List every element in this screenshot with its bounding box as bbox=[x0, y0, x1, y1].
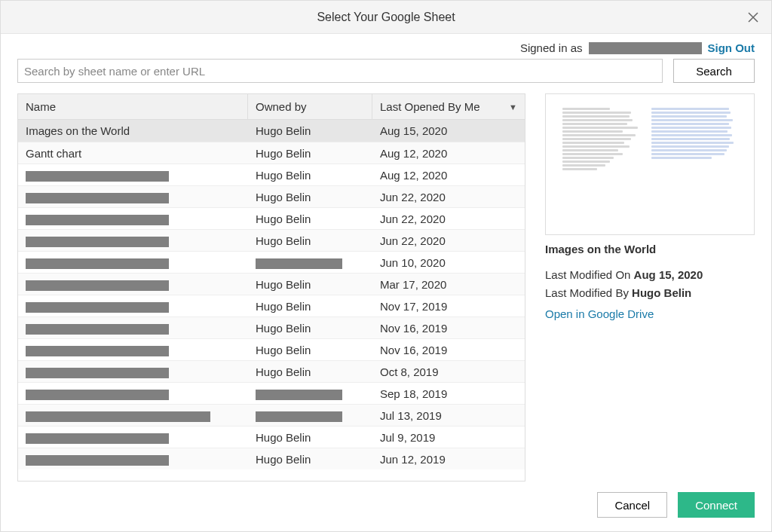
table-row[interactable]: Jul 13, 2019 bbox=[18, 404, 525, 426]
column-header-owned-by[interactable]: Owned by bbox=[248, 94, 372, 119]
preview-panel: Images on the World Last Modified On Aug… bbox=[545, 93, 755, 482]
cell-owned-by: Hugo Belin bbox=[248, 187, 372, 207]
redacted-name bbox=[26, 368, 169, 378]
table-row[interactable]: Hugo BelinJun 22, 2020 bbox=[18, 185, 525, 207]
cell-last-opened: Aug 15, 2020 bbox=[372, 121, 525, 141]
cell-owned-by bbox=[248, 252, 372, 272]
cell-last-opened: Nov 16, 2019 bbox=[372, 340, 525, 360]
signed-in-user-redacted bbox=[589, 42, 702, 54]
search-button[interactable]: Search bbox=[673, 59, 755, 83]
cell-name: Images on the World bbox=[18, 121, 248, 141]
preview-title: Images on the World bbox=[545, 243, 755, 255]
cell-owned-by: Hugo Belin bbox=[248, 362, 372, 382]
close-icon[interactable] bbox=[744, 8, 762, 26]
cell-name bbox=[18, 448, 248, 469]
redacted-name bbox=[26, 237, 169, 247]
dialog-title: Select Your Google Sheet bbox=[317, 11, 455, 24]
cell-last-opened: Jun 12, 2019 bbox=[372, 449, 525, 469]
cell-owned-by: Hugo Belin bbox=[248, 121, 372, 141]
table-row[interactable]: Hugo BelinJun 22, 2020 bbox=[18, 229, 525, 251]
redacted-name bbox=[26, 258, 169, 269]
table-row[interactable]: Hugo BelinMar 17, 2020 bbox=[18, 273, 525, 295]
redacted-owner bbox=[256, 258, 342, 269]
cell-name bbox=[18, 252, 248, 272]
table-header: Name Owned by Last Opened By Me ▼ bbox=[18, 94, 525, 120]
column-header-last-opened-label: Last Opened By Me bbox=[380, 100, 480, 113]
cell-last-opened: Aug 12, 2020 bbox=[372, 165, 525, 185]
cell-owned-by: Hugo Belin bbox=[248, 449, 372, 469]
cell-owned-by bbox=[248, 383, 372, 403]
table-row[interactable]: Sep 18, 2019 bbox=[18, 382, 525, 404]
cell-owned-by: Hugo Belin bbox=[248, 274, 372, 295]
cell-name bbox=[18, 186, 248, 206]
table-row[interactable]: Hugo BelinJun 22, 2020 bbox=[18, 207, 525, 229]
cell-owned-by: Hugo Belin bbox=[248, 231, 372, 251]
signed-in-as-label: Signed in as bbox=[520, 41, 583, 54]
preview-meta: Last Modified On Aug 15, 2020 Last Modif… bbox=[545, 266, 755, 323]
cell-last-opened: Jun 22, 2020 bbox=[372, 231, 525, 251]
redacted-name bbox=[26, 215, 169, 225]
google-sheet-dialog: Select Your Google Sheet Signed in as Si… bbox=[0, 0, 772, 532]
cell-name bbox=[18, 317, 248, 338]
cell-last-opened: Sep 18, 2019 bbox=[372, 384, 525, 404]
table-row[interactable]: Hugo BelinAug 12, 2020 bbox=[18, 164, 525, 185]
dialog-body: Name Owned by Last Opened By Me ▼ Images… bbox=[1, 93, 771, 482]
last-modified-by-label: Last Modified By bbox=[545, 286, 629, 299]
cell-last-opened: Aug 12, 2020 bbox=[372, 143, 525, 164]
table-body: Images on the WorldHugo BelinAug 15, 202… bbox=[18, 120, 525, 469]
table-row[interactable]: Hugo BelinNov 17, 2019 bbox=[18, 295, 525, 316]
cell-owned-by: Hugo Belin bbox=[248, 340, 372, 360]
table-row[interactable]: Hugo BelinJun 12, 2019 bbox=[18, 448, 525, 469]
table-row[interactable]: Hugo BelinOct 8, 2019 bbox=[18, 360, 525, 382]
cell-last-opened: Mar 17, 2020 bbox=[372, 274, 525, 295]
redacted-name bbox=[26, 302, 169, 313]
last-modified-on-label: Last Modified On bbox=[545, 268, 630, 281]
cell-last-opened: Jul 9, 2019 bbox=[372, 427, 525, 448]
cell-owned-by: Hugo Belin bbox=[248, 143, 372, 164]
redacted-owner bbox=[256, 390, 342, 400]
cell-last-opened: Oct 8, 2019 bbox=[372, 362, 525, 382]
cell-last-opened: Jun 22, 2020 bbox=[372, 187, 525, 207]
cell-last-opened: Nov 16, 2019 bbox=[372, 318, 525, 338]
cell-name bbox=[18, 405, 248, 425]
last-modified-on-row: Last Modified On Aug 15, 2020 bbox=[545, 266, 755, 284]
table-row[interactable]: Hugo BelinNov 16, 2019 bbox=[18, 316, 525, 338]
last-modified-by-row: Last Modified By Hugo Belin bbox=[545, 284, 755, 302]
redacted-name bbox=[26, 280, 169, 291]
open-in-drive-link[interactable]: Open in Google Drive bbox=[545, 305, 654, 323]
connect-button[interactable]: Connect bbox=[678, 492, 755, 518]
cell-owned-by: Hugo Belin bbox=[248, 209, 372, 229]
cell-last-opened: Jun 10, 2020 bbox=[372, 252, 525, 273]
table-row[interactable]: Gantt chartHugo BelinAug 12, 2020 bbox=[18, 142, 525, 164]
table-row[interactable]: Hugo BelinJul 9, 2019 bbox=[18, 426, 525, 448]
last-modified-by-value: Hugo Belin bbox=[632, 286, 691, 299]
sign-out-link[interactable]: Sign Out bbox=[708, 41, 755, 54]
redacted-name bbox=[26, 455, 169, 466]
redacted-name bbox=[26, 390, 169, 400]
cell-name bbox=[18, 208, 248, 228]
cell-owned-by: Hugo Belin bbox=[248, 427, 372, 448]
sheet-table: Name Owned by Last Opened By Me ▼ Images… bbox=[17, 93, 525, 482]
column-header-name[interactable]: Name bbox=[18, 94, 248, 119]
cell-name bbox=[18, 230, 248, 250]
table-row[interactable]: Jun 10, 2020 bbox=[18, 251, 525, 273]
dialog-footer: Cancel Connect bbox=[1, 482, 771, 531]
column-header-last-opened[interactable]: Last Opened By Me ▼ bbox=[372, 94, 525, 119]
cell-name bbox=[18, 164, 248, 185]
cell-name bbox=[18, 274, 248, 294]
signin-row: Signed in as Sign Out bbox=[1, 34, 771, 59]
cell-owned-by: Hugo Belin bbox=[248, 296, 372, 316]
search-input[interactable] bbox=[17, 59, 663, 83]
cell-last-opened: Nov 17, 2019 bbox=[372, 296, 525, 316]
cell-owned-by bbox=[248, 405, 372, 425]
table-row[interactable]: Hugo BelinNov 16, 2019 bbox=[18, 338, 525, 360]
cell-name: Gantt chart bbox=[18, 143, 248, 164]
redacted-name bbox=[26, 433, 169, 444]
table-row[interactable]: Images on the WorldHugo BelinAug 15, 202… bbox=[18, 120, 525, 142]
cell-name bbox=[18, 295, 248, 316]
cell-last-opened: Jun 22, 2020 bbox=[372, 209, 525, 229]
cancel-button[interactable]: Cancel bbox=[597, 492, 667, 518]
cell-name bbox=[18, 361, 248, 381]
redacted-owner bbox=[256, 411, 342, 422]
dialog-titlebar: Select Your Google Sheet bbox=[1, 1, 771, 34]
